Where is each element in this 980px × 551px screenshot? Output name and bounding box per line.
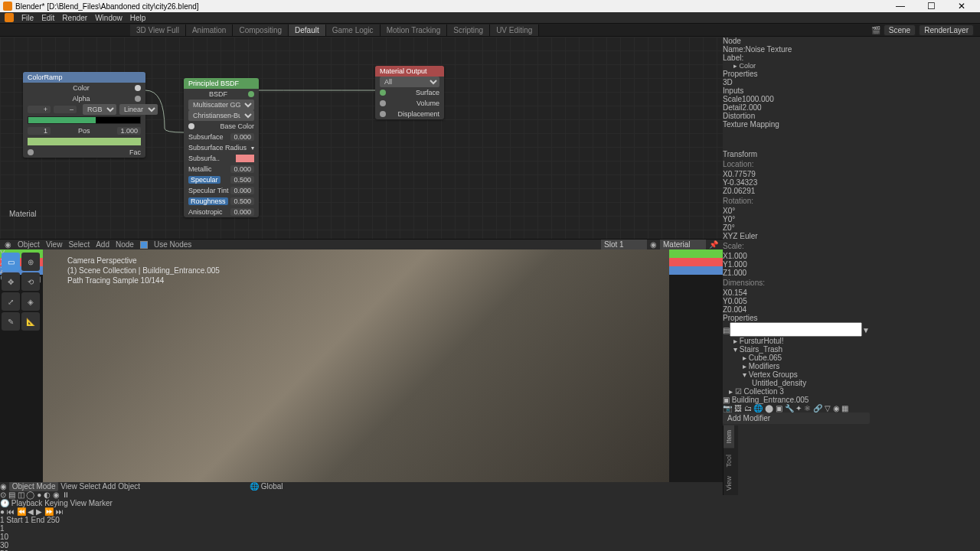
renderlayer-selector[interactable]: RenderLayer [919,24,974,36]
scl-x[interactable]: 1.000 [728,252,747,260]
jump-end-icon[interactable]: ⏭ [56,507,64,516]
colorramp-gradient[interactable] [28,116,141,124]
tool-move[interactable]: ✥ [2,272,20,291]
panel-properties[interactable]: Properties [723,70,870,78]
prev-key-icon[interactable]: ⏪ [17,507,26,516]
play-rev-icon[interactable]: ◀ [28,507,34,516]
tab-modifier-icon[interactable]: 🔧 [785,404,794,412]
rot-x[interactable]: 0° [728,207,736,215]
ne-view[interactable]: View [46,240,63,249]
tab-scene-icon[interactable]: 🌐 [753,404,763,412]
loc-z[interactable]: 0.06291 [727,187,755,195]
input-detail[interactable]: 2.000 [743,103,762,112]
tab-physics-icon[interactable]: ⚛ [804,404,811,412]
tl-playback[interactable]: Playback [11,499,43,507]
node-material-output[interactable]: Material Output All Surface Volume Displ… [375,66,444,119]
npanel-tab-view[interactable]: View [724,471,734,495]
dim-y[interactable]: 0.005 [728,297,747,305]
play-icon[interactable]: ▶ [36,507,42,516]
shading-solid-icon[interactable]: ● [37,491,41,499]
outliner-item[interactable]: ▸ Modifiers [723,362,870,370]
vp-select[interactable]: Select [80,482,101,491]
tool-cursor[interactable]: ⊕ [21,253,40,271]
panel-properties2[interactable]: Properties [723,314,870,322]
tool-measure[interactable]: 📐 [21,312,40,331]
colorramp-idx[interactable]: 1 [28,127,51,135]
outliner[interactable]: ▤▼ ▸ FursturHotul! ▾ Stairs_Trash ▸ Cube… [723,322,870,396]
filter-icon[interactable]: ▤ [723,326,730,334]
menu-file[interactable]: File [21,14,34,22]
ne-add[interactable]: Add [96,240,109,249]
use-nodes-checkbox[interactable] [140,241,148,249]
orientation-label[interactable]: Global [261,482,283,491]
slot-selector[interactable] [601,240,647,249]
loc-x[interactable]: 0.77579 [728,170,756,178]
timeline-ruler[interactable]: 1 1030507090110130150170190210230250 [0,524,980,551]
matout-target[interactable]: All [380,77,439,87]
tool-scale[interactable]: ⤢ [2,292,20,311]
tab-material-icon[interactable]: ◉ [833,404,840,412]
rot-mode[interactable]: XYZ Euler [723,232,758,240]
timeline[interactable]: 🕐 Playback Keying View Marker ● ⏮ ⏪ ◀ ▶ … [0,499,980,551]
loc-y[interactable]: -0.34323 [727,178,757,187]
node-colorramp[interactable]: ColorRamp Color Alpha + – RGB Linear 1 P… [23,72,145,158]
pause-icon[interactable]: ⏸ [62,491,70,499]
tab-compositing[interactable]: Compositing [233,24,289,36]
orientation-icon[interactable]: 🌐 [250,482,259,491]
material-name-input[interactable] [660,240,706,249]
shading-wire-icon[interactable]: ◯ [26,491,34,499]
tab-output-icon[interactable]: 🖼 [734,404,742,412]
vp-add[interactable]: Add [103,482,116,491]
rot-z[interactable]: 0° [727,223,735,232]
npanel-tab-item[interactable]: Item [724,425,734,448]
filter-funnel-icon[interactable]: ▼ [862,326,870,334]
scl-z[interactable]: 1.000 [727,269,746,277]
tab-world-icon[interactable]: ⬤ [765,404,773,412]
colorramp-interp[interactable]: Linear [119,104,158,115]
tool-annotate[interactable]: ✎ [2,312,20,331]
menu-help[interactable]: Help [130,14,146,22]
gizmo-toggle-icon[interactable]: ⊙ [0,491,6,499]
outliner-item[interactable]: ▸ FursturHotul! [723,337,870,345]
overlay-toggle-icon[interactable]: ▤ [8,491,15,499]
tab-render-icon[interactable]: 📷 [723,404,732,412]
tab-3dviewfull[interactable]: 3D View Full [130,24,186,36]
outliner-item[interactable]: ▾ Stairs_Trash [723,345,870,354]
panel-texmap[interactable]: Texture Mapping [723,120,870,129]
panel-inputs[interactable]: Inputs [723,86,870,95]
start-frame[interactable]: 1 [24,516,29,524]
dim-z[interactable]: 0.004 [727,305,746,314]
tl-view[interactable]: View [70,499,87,507]
minimize-button[interactable]: — [885,1,916,11]
ne-mode[interactable]: Object [18,240,40,249]
menu-render[interactable]: Render [62,14,87,22]
pin-icon[interactable]: 📌 [709,240,718,249]
tool-select[interactable]: ▭ [2,253,20,271]
end-frame[interactable]: 250 [47,516,60,524]
tex-dim[interactable]: 3D [723,78,733,86]
colorramp-del[interactable]: – [54,106,77,113]
autokey-icon[interactable]: ● [0,507,5,516]
add-modifier-button[interactable]: Add Modifier [723,412,870,424]
dim-x[interactable]: 0.154 [728,289,747,297]
tab-scripting[interactable]: Scripting [447,24,490,36]
editor-type-icon[interactable]: ◉ [5,240,11,249]
editor-type-icon[interactable]: ◉ [0,482,7,491]
close-button[interactable]: ✕ [946,1,977,11]
3d-viewport[interactable]: ▭ ⊕ ✥ ⟲ ⤢ ◈ ✎ 📐 Camera Perspective (1) S… [0,249,723,482]
maximize-button[interactable]: ☐ [916,1,946,11]
ne-select[interactable]: Select [68,240,90,249]
outliner-item[interactable]: ▸ Cube.065 [723,354,870,362]
npanel-tab-tool[interactable]: Tool [724,450,734,472]
node-principled-bsdf[interactable]: Principled BSDF BSDF Multiscatter GGX Ch… [184,78,259,217]
next-key-icon[interactable]: ⏩ [44,507,54,516]
tab-default[interactable]: Default [289,24,326,36]
editor-type-icon[interactable]: 🕐 [0,499,9,507]
jump-start-icon[interactable]: ⏮ [7,507,15,516]
shader-node-editor[interactable]: ColorRamp Color Alpha + – RGB Linear 1 P… [0,37,723,239]
outliner-item[interactable]: ▾ Vertex Groups [723,370,870,379]
principled-sss-method[interactable]: Christiansen-Burley [188,110,254,121]
menu-window[interactable]: Window [95,14,122,22]
tab-object-icon[interactable]: ▣ [776,404,782,412]
outliner-item[interactable]: Untitled_density [723,379,870,387]
